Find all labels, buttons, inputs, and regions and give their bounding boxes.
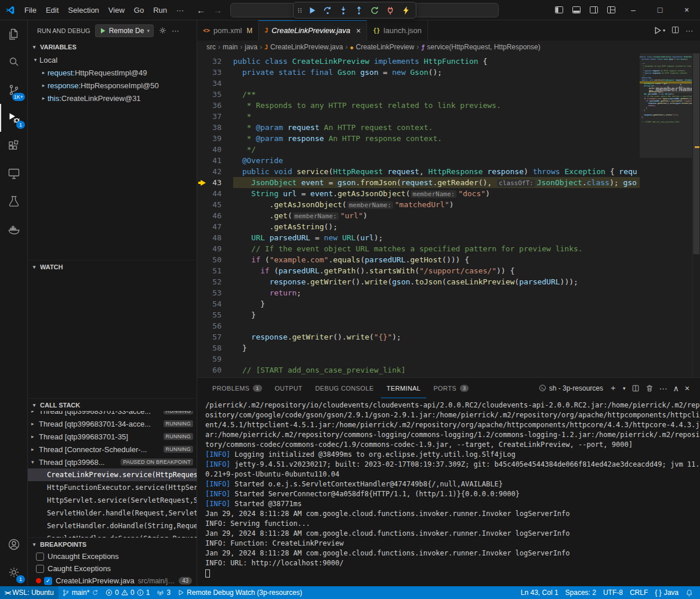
gutter[interactable]: 46 (197, 210, 233, 221)
gutter[interactable]: 54 (197, 298, 233, 309)
gutter[interactable]: 57 (197, 331, 233, 342)
run-java-button[interactable]: ▾ (653, 26, 665, 35)
activity-search-icon[interactable] (0, 48, 27, 76)
problems-status[interactable]: 0 0 1 (102, 586, 153, 599)
code-line[interactable]: 36 * Responds to any HTTP request relate… (197, 100, 700, 111)
gutter[interactable]: 41 (197, 155, 233, 166)
gutter[interactable]: 36 (197, 100, 233, 111)
language-mode[interactable]: { } Java (651, 586, 682, 599)
toggle-sidebar-icon[interactable] (550, 1, 568, 19)
step-out-button[interactable] (352, 3, 366, 17)
variables-section-header[interactable]: ▾ VARIABLES (28, 41, 197, 53)
continue-button[interactable] (305, 3, 319, 17)
variable-row[interactable]: ▸response: HttpResponseImpl@50 (28, 79, 197, 92)
gutter[interactable]: 35 (197, 89, 233, 100)
maximize-button[interactable]: □ (647, 0, 673, 20)
hot-code-replace-button[interactable] (399, 3, 413, 17)
gutter[interactable]: 43 (197, 177, 233, 188)
code-line[interactable]: 44 String url = event.getAsJsonObject(me… (197, 188, 700, 199)
minimap-slider[interactable] (640, 53, 692, 158)
forward-arrow-icon[interactable]: → (213, 5, 222, 15)
tab-pom-xml[interactable]: <>pom.xmlM (197, 20, 259, 41)
toggle-secondary-sidebar-icon[interactable] (585, 1, 603, 19)
encoding-status[interactable]: UTF-8 (600, 586, 626, 599)
variable-row[interactable]: ▸this: CreateLinkPreview@31 (28, 92, 197, 104)
gutter[interactable]: 42 (197, 166, 233, 177)
code-line[interactable]: 33 private static final Gson gson = new … (197, 67, 700, 78)
gutter[interactable]: 45 (197, 199, 233, 210)
code-line[interactable]: 41 @Override (197, 155, 700, 166)
breadcrumb-item[interactable]: JCreateLinkPreview.java (264, 43, 343, 51)
panel-tab-problems[interactable]: PROBLEMS1 (206, 378, 268, 398)
customize-layout-icon[interactable] (603, 1, 620, 19)
notifications-bell[interactable] (682, 586, 697, 599)
callstack-frame[interactable]: CreateLinkPreview.service(HttpReques (28, 468, 197, 481)
gutter[interactable]: 55 (197, 309, 233, 320)
restart-button[interactable] (368, 3, 382, 17)
callstack-frame[interactable]: HttpServlet.service(ServletRequest,S (28, 494, 197, 507)
panel-tab-ports[interactable]: PORTS3 (427, 378, 474, 398)
watch-section-header[interactable]: ▾ WATCH (28, 260, 197, 273)
gutter[interactable]: 52 (197, 276, 233, 287)
close-button[interactable]: × (673, 0, 700, 20)
remote-indicator[interactable]: >< WSL: Ubuntu (0, 586, 59, 599)
variable-row[interactable]: ▸request: HttpRequestImpl@49 (28, 66, 197, 79)
code-line[interactable]: 57 response.getWriter().write("{}"); (197, 331, 700, 342)
gutter[interactable]: 37 (197, 111, 233, 122)
code-line[interactable]: 35 /** (197, 89, 700, 100)
code-line[interactable]: 34 (197, 78, 700, 89)
code-line[interactable]: 32public class CreateLinkPreview impleme… (197, 56, 700, 67)
menu-item-run[interactable]: Run (148, 6, 172, 15)
breakpoint-checkbox[interactable] (36, 553, 44, 561)
eol-status[interactable]: CRLF (626, 586, 651, 599)
panel-tab-debug-console[interactable]: DEBUG CONSOLE (309, 378, 379, 398)
debug-settings-gear-icon[interactable] (158, 26, 167, 35)
activity-run-debug-icon[interactable]: 1 (0, 104, 27, 132)
code-line[interactable]: 43 JsonObject event = gson.fromJson(requ… (197, 177, 700, 188)
code-editor[interactable]: 32public class CreateLinkPreview impleme… (197, 53, 700, 377)
gutter[interactable]: 33 (197, 67, 233, 78)
variables-scope[interactable]: ▾Local (28, 53, 197, 66)
code-line[interactable]: 50 if ("example.com".equals(parsedURL.ge… (197, 254, 700, 265)
callstack-frame[interactable]: ServletHandler.doScope(String,Reques (28, 532, 197, 537)
gutter[interactable]: 58 (197, 342, 233, 353)
code-line[interactable]: 37 * (197, 111, 700, 122)
new-terminal-icon[interactable]: ＋ (609, 383, 617, 394)
gutter[interactable]: 59 (197, 353, 233, 365)
terminal-dropdown-icon[interactable]: ▾ (623, 385, 626, 391)
accounts-icon[interactable] (0, 531, 27, 558)
back-arrow-icon[interactable]: ← (197, 5, 205, 15)
close-icon[interactable]: × (356, 26, 361, 35)
activity-testing-icon[interactable] (0, 187, 27, 215)
minimize-button[interactable]: – (620, 0, 647, 20)
code-line[interactable]: 48 URL parsedURL = new URL(url); (197, 232, 700, 243)
maximize-panel-icon[interactable]: ∧ (673, 384, 679, 393)
gutter[interactable]: 48 (197, 232, 233, 243)
settings-gear-icon[interactable]: 1 (0, 558, 27, 586)
disconnect-button[interactable] (383, 3, 397, 17)
code-line[interactable]: 54 } (197, 298, 700, 309)
code-line[interactable]: 58 } (197, 342, 700, 353)
minimap[interactable]: public class CreateLinkPreview implement… (640, 53, 692, 377)
editor-scrollbar[interactable] (692, 53, 700, 377)
more-actions-icon[interactable]: ··· (172, 26, 179, 35)
breadcrumb-item[interactable]: java (245, 43, 257, 51)
code-line[interactable]: 56 (197, 320, 700, 331)
code-line[interactable]: 38 * @param request An HTTP request cont… (197, 122, 700, 133)
terminal-profile[interactable]: sh - 3p-resources (539, 384, 603, 392)
callstack-frame[interactable]: ServletHandler.doHandle(String,Reque (28, 519, 197, 532)
gutter[interactable]: 51 (197, 265, 233, 276)
menu-item-view[interactable]: View (104, 6, 129, 15)
panel-tab-output[interactable]: OUTPUT (269, 378, 309, 398)
toolbar-grip[interactable] (296, 3, 303, 17)
breakpoint-row[interactable]: Uncaught Exceptions (28, 550, 197, 562)
step-into-button[interactable] (336, 3, 350, 17)
gutter[interactable]: 39 (197, 133, 233, 144)
more-actions-icon[interactable]: ··· (686, 26, 693, 35)
breadcrumb-item[interactable]: src (206, 43, 216, 51)
toggle-panel-icon[interactable] (568, 1, 585, 19)
code-line[interactable]: 47 .getAsString(); (197, 221, 700, 232)
code-line[interactable]: 59 (197, 353, 700, 365)
gutter[interactable]: 60 (197, 365, 233, 376)
activity-source-control-icon[interactable]: 1K+ (0, 76, 27, 104)
